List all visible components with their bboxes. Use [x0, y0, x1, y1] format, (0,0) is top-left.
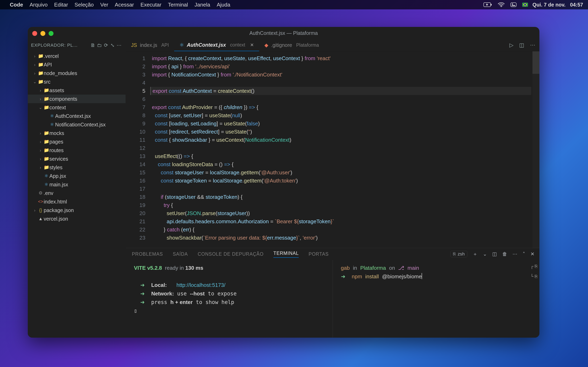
control-center-icon[interactable] — [510, 2, 517, 7]
run-icon[interactable]: ▷ — [509, 42, 513, 48]
code-line[interactable]: if (storageUser && storageToken) { — [152, 193, 539, 201]
panel-tab-terminal[interactable]: TERMINAL — [273, 250, 299, 258]
menubar-time[interactable]: 04:57 — [570, 2, 583, 8]
close-panel-icon[interactable]: ✕ — [530, 251, 535, 257]
tree-item--env[interactable]: ⚙.env — [28, 189, 126, 197]
code-line[interactable]: showSnackbar(`Error parsing user data: $… — [152, 234, 539, 242]
menu-app[interactable]: Code — [10, 2, 23, 8]
menu-janela[interactable]: Janela — [195, 2, 210, 8]
tree-item--vercel[interactable]: ›📁.vercel — [28, 52, 126, 60]
panel-tab-saida[interactable]: SAÍDA — [173, 251, 188, 257]
terminal-more-icon[interactable]: ⋯ — [512, 251, 517, 257]
code-content[interactable]: import React, { createContext, useState,… — [150, 51, 539, 248]
code-line[interactable]: const loadingStoreData = () => { — [152, 160, 539, 168]
menu-executar[interactable]: Executar — [140, 2, 162, 8]
panel-tab-problemas[interactable]: PROBLEMAS — [132, 251, 163, 257]
editor-tab--gitignore[interactable]: ◆.gitignorePlataforma — [259, 39, 324, 51]
tree-item-main-jsx[interactable]: ⚛main.jsx — [28, 180, 126, 189]
menu-terminal[interactable]: Terminal — [168, 2, 188, 8]
panel-tab-console[interactable]: CONSOLE DE DEPURAÇÃO — [198, 251, 264, 257]
chevron-icon: › — [38, 148, 43, 153]
tree-item-services[interactable]: ›📁services — [28, 155, 126, 163]
code-line[interactable]: import { api } from '../services/api' — [152, 62, 539, 71]
code-line[interactable]: import React, { createContext, useState,… — [152, 54, 539, 62]
refresh-explorer-icon[interactable]: ⟳ — [103, 42, 109, 48]
editor-more-icon[interactable]: ⋯ — [530, 42, 535, 48]
tree-item-pages[interactable]: ›📁pages — [28, 137, 126, 146]
menu-ajuda[interactable]: Ajuda — [217, 2, 230, 8]
code-line[interactable]: import { NotificationContext } from './N… — [152, 71, 539, 79]
editor-tab-index-js[interactable]: JSindex.jsAPI — [126, 39, 174, 51]
code-line[interactable] — [152, 185, 539, 193]
menu-editar[interactable]: Editar — [54, 2, 68, 8]
code-line[interactable]: const [user, setUser] = useState(null) — [152, 111, 539, 119]
terminal-menu-caret[interactable]: ⌄ — [483, 251, 487, 257]
minimap[interactable] — [532, 51, 539, 248]
menu-ver[interactable]: Ver — [100, 2, 108, 8]
code-line[interactable]: const storageUser = localStorage.getItem… — [152, 168, 539, 176]
code-line[interactable]: const [redirect, setRedirect] = useState… — [152, 128, 539, 136]
panel-tabs: PROBLEMAS SAÍDA CONSOLE DE DEPURAÇÃO TER… — [126, 248, 539, 260]
tree-item-label: vercel.json — [44, 216, 68, 222]
code-line[interactable]: const { showSnackbar } = useContext(Noti… — [152, 136, 539, 144]
editor-tab-authcontext-jsx[interactable]: ⚛AuthContext.jsxcontext✕ — [174, 39, 259, 51]
wifi-icon[interactable] — [498, 2, 505, 7]
kill-terminal-icon[interactable]: 🗑 — [502, 251, 507, 257]
code-line[interactable] — [152, 144, 539, 152]
menu-selecao[interactable]: Seleção — [75, 2, 94, 8]
code-line[interactable]: useEffect(() => { — [152, 152, 539, 160]
tree-item-label: .env — [44, 190, 53, 196]
collapse-all-icon[interactable]: ⤡ — [109, 42, 116, 48]
panel-tab-portas[interactable]: PORTAS — [309, 251, 329, 257]
close-tab-icon[interactable]: ✕ — [250, 42, 254, 48]
tree-item-node-modules[interactable]: ›📁node_modules — [28, 69, 126, 77]
code-line[interactable]: export const AuthProvider = ({ children … — [152, 103, 539, 111]
menu-arquivo[interactable]: Arquivo — [30, 2, 48, 8]
tree-item-routes[interactable]: ›📁routes — [28, 146, 126, 155]
close-window-button[interactable] — [32, 31, 37, 36]
tree-item-authcontext-jsx[interactable]: ⚛AuthContext.jsx — [28, 112, 126, 120]
zoom-window-button[interactable] — [49, 31, 53, 36]
code-line[interactable]: export const AuthContext = createContext… — [150, 87, 531, 95]
tree-item-package-json[interactable]: ›{}package.json — [28, 206, 126, 215]
tree-item-vercel-json[interactable]: ▲vercel.json — [28, 215, 126, 223]
editor-tabs: JSindex.jsAPI⚛AuthContext.jsxcontext✕◆.g… — [126, 39, 539, 51]
terminal-shell-picker[interactable]: ⎘ zsh — [450, 251, 467, 257]
new-file-icon[interactable]: 🗎 — [90, 42, 96, 48]
menu-acessar[interactable]: Acessar — [115, 2, 134, 8]
tree-item-assets[interactable]: ›📁assets — [28, 86, 126, 95]
code-line[interactable]: const [loading, setLoading] = useState(f… — [152, 119, 539, 128]
tree-item-app-jsx[interactable]: ⚛App.jsx — [28, 172, 126, 180]
tree-item-components[interactable]: ›📁components — [28, 95, 126, 103]
tree-item-api[interactable]: ›📁API — [28, 60, 126, 69]
minimize-window-button[interactable] — [40, 31, 45, 36]
new-folder-icon[interactable]: 🗀 — [96, 42, 103, 48]
tree-item-notificationcontext-jsx[interactable]: ⚛NotificationContext.jsx — [28, 120, 126, 129]
code-line[interactable] — [152, 79, 539, 87]
code-line[interactable]: try { — [152, 201, 539, 209]
titlebar[interactable]: AuthContext.jsx — Plataforma — [28, 27, 539, 39]
split-editor-icon[interactable]: ◫ — [519, 42, 524, 48]
code-line[interactable]: const storageToken = localStorage.getIte… — [152, 176, 539, 185]
code-editor[interactable]: 1234567891011121314151617181920212223 im… — [126, 51, 539, 248]
battery-icon[interactable] — [484, 2, 492, 7]
tree-item-context[interactable]: ⌄📁context — [28, 103, 126, 112]
terminal-right[interactable]: gab in Plataforma on ⎇ main ➜ npm instal… — [333, 260, 540, 338]
tree-item-mocks[interactable]: ›📁mocks — [28, 129, 126, 137]
tree-item-styles[interactable]: ›📁styles — [28, 163, 126, 172]
maximize-panel-icon[interactable]: ˄ — [523, 251, 525, 257]
code-line[interactable] — [152, 95, 539, 103]
new-terminal-icon[interactable]: ＋ — [473, 251, 477, 257]
tree-item-src[interactable]: ⌄📁src — [28, 77, 126, 86]
vscode-window: AuthContext.jsx — Plataforma EXPLORADOR:… — [28, 27, 539, 338]
code-line[interactable]: } catch (err) { — [152, 225, 539, 234]
code-line[interactable]: api.defaults.headers.common.Authorizatio… — [152, 217, 539, 225]
tree-item-label: API — [44, 62, 52, 68]
flag-icon[interactable] — [522, 3, 528, 7]
menubar-date[interactable]: Qui. 7 de nov. — [532, 2, 566, 8]
split-terminal-icon[interactable]: ◫ — [492, 251, 497, 257]
explorer-more-icon[interactable]: ⋯ — [116, 42, 122, 48]
terminal-left[interactable]: VITE v5.2.8 ready in 130 ms ➜ Local: htt… — [126, 260, 333, 338]
code-line[interactable]: setUser(JSON.parse(storageUser)) — [152, 209, 539, 217]
tree-item-index-html[interactable]: <>index.html — [28, 197, 126, 206]
